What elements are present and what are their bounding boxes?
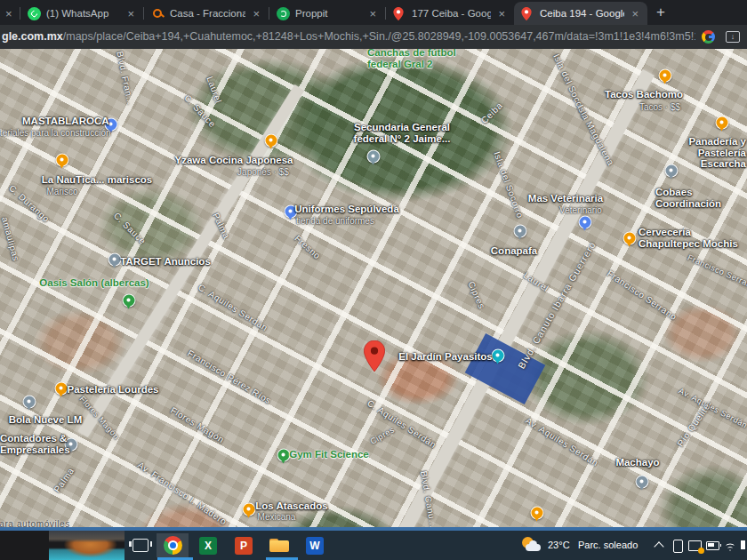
- word-taskbar-button[interactable]: W: [299, 533, 331, 557]
- poi-sub-mastablaroca: teriales para la construcción: [0, 128, 111, 138]
- task-view-button[interactable]: [124, 533, 157, 557]
- tab-whatsapp[interactable]: (1) WhatsApp ×: [20, 2, 143, 25]
- notification-badge: [698, 548, 704, 554]
- poi-label-target[interactable]: TARGET Anuncios: [120, 256, 211, 268]
- desktop-wallpaper-corner: [0, 531, 124, 560]
- street-label: Blvd. Fran...: [115, 51, 136, 107]
- install-app-icon[interactable]: ↓: [726, 31, 740, 43]
- poi-label-panaderia[interactable]: Panadería y Pastelería Escarcha: [650, 136, 746, 170]
- restaurant-pin-icon[interactable]: [265, 134, 278, 148]
- poi-label-atascados[interactable]: Los Atascados: [255, 500, 327, 512]
- file-explorer-taskbar-button[interactable]: [263, 533, 295, 557]
- new-tab-button[interactable]: +: [647, 4, 674, 25]
- tab-casa-fraccionamiento[interactable]: Casa - Fraccionamient ×: [144, 2, 269, 25]
- poi-label-lourdes[interactable]: Pastelería Lourdes: [68, 384, 159, 396]
- chrome-icon: [164, 536, 182, 555]
- hidden-icons-chevron[interactable]: [654, 541, 663, 551]
- poi-sub-uniformes: tienda de uniformes: [296, 216, 374, 226]
- url-path: /maps/place/Ceiba+194,+Cuahutemoc,+81248…: [63, 30, 695, 43]
- poi-label-oasis[interactable]: Oasis Salón (albercas): [39, 277, 149, 289]
- browser-tab-bar: × (1) WhatsApp × Casa - Fraccionamient ×…: [0, 0, 747, 25]
- entertainment-pin-icon[interactable]: [492, 349, 505, 363]
- close-tab-icon[interactable]: ×: [125, 7, 136, 20]
- school-icon[interactable]: [367, 150, 381, 164]
- street-label: Río Quelite: [675, 402, 711, 449]
- poi-label-veterinaria[interactable]: Mas Veterinaria: [528, 193, 603, 204]
- powerpoint-icon: P: [235, 537, 253, 555]
- proppit-icon: [277, 7, 290, 20]
- url-text[interactable]: gle.com.mx/maps/place/Ceiba+194,+Cuahute…: [2, 30, 695, 43]
- google-maps-pin-icon: [521, 7, 534, 20]
- poi-label-contadores[interactable]: Contadores & Empresariales: [0, 433, 70, 455]
- street-label: Palma: [52, 466, 76, 494]
- screen-notification-icon[interactable]: [688, 540, 702, 551]
- close-tab-icon[interactable]: ×: [496, 7, 507, 20]
- street-label: Fresno: [293, 233, 322, 260]
- poi-label-nautica[interactable]: La NauTica... mariscos: [42, 174, 152, 186]
- poi-label-cerveceria[interactable]: Cervecería Chapultepec Mochis: [639, 227, 738, 249]
- tab-proppit[interactable]: Proppit ×: [269, 2, 385, 25]
- poi-label-jardin[interactable]: El Jardín Payasitos: [398, 351, 492, 363]
- street-label: Ceiba: [479, 100, 504, 125]
- close-tab-icon[interactable]: ×: [367, 7, 378, 20]
- street-label: Laurel: [205, 75, 223, 104]
- poi-label-tacos-bachomo[interactable]: Tacos Bachomo: [605, 89, 683, 100]
- volume-icon[interactable]: [741, 540, 745, 549]
- google-g-icon[interactable]: [702, 30, 715, 44]
- shopping-pin-icon[interactable]: [579, 216, 592, 229]
- close-tab-icon[interactable]: ×: [251, 7, 261, 20]
- poi-label-conapafa[interactable]: Conapafa: [491, 245, 537, 257]
- poi-label-yzawa[interactable]: Yzawa Cocina Japonesa: [175, 155, 293, 166]
- word-icon: W: [306, 537, 324, 555]
- poi-label-gym[interactable]: Gym Fit Science: [289, 449, 368, 460]
- weather-icon[interactable]: [520, 536, 543, 555]
- wifi-icon[interactable]: [723, 540, 737, 551]
- excel-icon: X: [199, 537, 217, 555]
- poi-label-canchas[interactable]: Canchas de fútbol federal Gral 2: [367, 49, 456, 69]
- whatsapp-icon: [28, 7, 41, 20]
- street-label: Francisco Serrano: [687, 252, 747, 291]
- phone-icon[interactable]: [673, 540, 683, 553]
- restaurant-pin-icon[interactable]: [659, 69, 672, 83]
- close-tab-icon[interactable]: ×: [630, 7, 640, 20]
- address-bar[interactable]: gle.com.mx/maps/place/Ceiba+194,+Cuahute…: [0, 25, 747, 49]
- poi-label-secundaria[interactable]: Secundaria General federal N° 2 Jaime...: [354, 122, 451, 144]
- street-label: para automóviles: [0, 519, 70, 528]
- street-label: C. Sauce: [112, 211, 148, 246]
- restaurant-pin-icon[interactable]: [531, 507, 544, 520]
- street-label: Cipres: [369, 425, 397, 445]
- gym-pin-icon[interactable]: [277, 449, 291, 462]
- poi-label-machayo[interactable]: Machayo: [615, 457, 659, 468]
- poi-label-cobaes[interactable]: Cobaes Coordinación: [655, 187, 747, 209]
- battery-icon[interactable]: [706, 541, 719, 550]
- weather-label[interactable]: Parc. soleado: [578, 540, 638, 560]
- chrome-taskbar-button[interactable]: [157, 533, 189, 557]
- poi-sub-veterinaria: Veterinario: [559, 205, 602, 215]
- poi-label-mastablaroca[interactable]: MASTABLAROCA: [22, 116, 109, 127]
- screen: × (1) WhatsApp × Casa - Fraccionamient ×…: [0, 0, 747, 560]
- powerpoint-taskbar-button[interactable]: P: [228, 533, 260, 557]
- restaurant-pin-icon[interactable]: [56, 154, 69, 167]
- place-pin-icon[interactable]: [23, 396, 36, 409]
- poi-label-uniformes[interactable]: Uniformes Sepúlveda: [294, 204, 399, 215]
- poi-label-bola-nueve[interactable]: Bola Nueve LM: [9, 414, 82, 426]
- tab-ceiba-194-active[interactable]: Ceiba 194 - Google M ×: [514, 2, 647, 25]
- close-tab-icon[interactable]: ×: [4, 7, 14, 20]
- satellite-map[interactable]: Blvd. Fran... Laurel C. Sauce C. Sauce C…: [0, 49, 747, 527]
- windows-taskbar: X P W 23°C Parc. soleado: [0, 531, 747, 560]
- excel-taskbar-button[interactable]: X: [192, 533, 224, 557]
- place-pin-icon[interactable]: [514, 225, 527, 238]
- restaurant-pin-icon[interactable]: [55, 382, 68, 396]
- tab-177-ceiba[interactable]: 177 Ceiba - Google M ×: [386, 2, 514, 25]
- temperature-label[interactable]: 23°C: [548, 540, 570, 560]
- street-label: Av. Francisco I. Madero: [136, 460, 229, 526]
- street-label: Flores Magón: [169, 405, 226, 445]
- destination-pin-icon[interactable]: [364, 340, 385, 372]
- bar-pin-icon[interactable]: [623, 232, 637, 245]
- restaurant-pin-icon[interactable]: [716, 116, 729, 130]
- place-pin-icon[interactable]: [636, 476, 649, 489]
- tab-partial[interactable]: ×: [0, 2, 20, 25]
- restaurant-pin-icon[interactable]: [243, 503, 256, 516]
- leisure-pin-icon[interactable]: [123, 294, 136, 308]
- poi-sub-nautica: Marisco: [46, 187, 77, 196]
